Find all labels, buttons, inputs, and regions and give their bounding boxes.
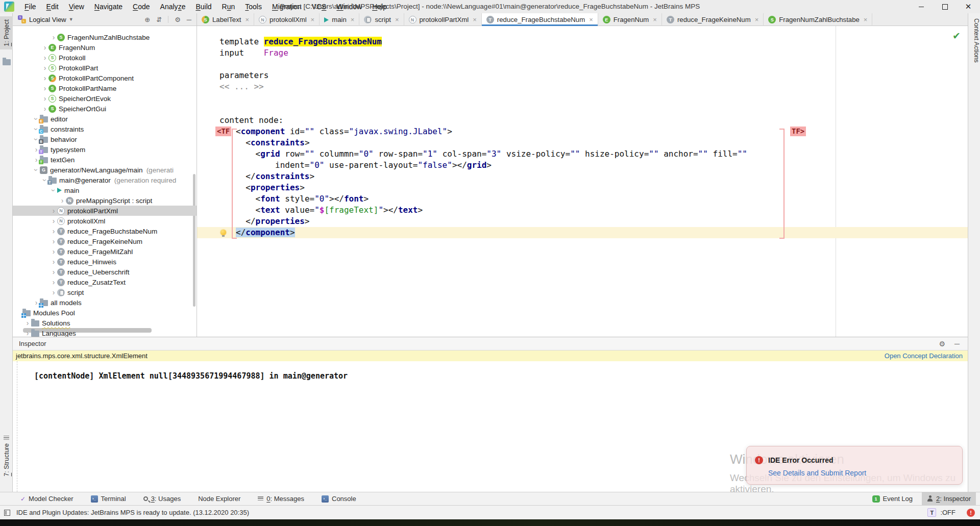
tool-button-context-actions[interactable]: Context Actions <box>968 18 980 63</box>
chevron-down-icon[interactable]: › <box>32 166 40 173</box>
tree-item-typesystem[interactable]: ›Ttypesystem <box>13 144 197 155</box>
tree-item-reduce_FrageKeineNum[interactable]: ›Treduce_FrageKeineNum <box>13 236 197 246</box>
see-details-link[interactable]: See Details and Submit Report <box>768 469 866 477</box>
chevron-right-icon[interactable]: › <box>50 237 57 245</box>
tab-protokollXml[interactable]: NprotokollXml× <box>254 13 320 26</box>
tab-reduce_FrageKeineNum[interactable]: Treduce_FrageKeineNum× <box>662 13 764 26</box>
chevron-right-icon[interactable]: › <box>50 33 57 41</box>
tab-script[interactable]: script× <box>359 13 404 26</box>
tab-close-icon[interactable]: × <box>473 16 477 23</box>
toolbar-button--usages[interactable]: 3: Usages <box>141 492 183 506</box>
chevron-right-icon[interactable]: › <box>59 196 66 205</box>
tab-close-icon[interactable]: × <box>755 16 759 23</box>
tree-item-SpeicherOrtGui[interactable]: ›SSpeicherOrtGui <box>13 104 197 114</box>
tree-item-reduce_ZusatzText[interactable]: ›Treduce_ZusatzText <box>13 277 197 287</box>
menu-analyze[interactable]: Analyze <box>155 0 191 13</box>
toolbar-button--inspector[interactable]: 2: Inspector <box>922 492 976 506</box>
ide-error-icon[interactable]: ! <box>967 509 975 517</box>
chevron-right-icon[interactable]: › <box>24 329 31 337</box>
tree-item-ProtokollPart[interactable]: ›SProtokollPart <box>13 63 197 73</box>
tree-item-Languages[interactable]: ›Languages <box>13 328 197 337</box>
tree-item-editor[interactable]: ›Eeditor <box>13 114 197 124</box>
status-message[interactable]: IDE and Plugin Updates: JetBrains MPS is… <box>16 509 249 516</box>
chevron-down-icon[interactable]: › <box>50 187 58 194</box>
chevron-right-icon[interactable]: › <box>41 94 48 103</box>
tree-item-main[interactable]: ›main <box>13 185 197 195</box>
locate-icon[interactable]: ⊕ <box>144 16 150 23</box>
tree-item-FragenNumZahlBuchstabe[interactable]: ›SFragenNumZahlBuchstabe <box>13 32 197 42</box>
chevron-right-icon[interactable]: › <box>50 268 57 276</box>
chevron-right-icon[interactable]: › <box>50 207 57 215</box>
maximize-button[interactable] <box>933 0 957 13</box>
tree-item-generator/NewLanguage/main[interactable]: ›Ggenerator/NewLanguage/main(generati <box>13 165 197 175</box>
chevron-right-icon[interactable]: › <box>50 288 57 296</box>
code-line[interactable]: <grid row="" colummn="0" row-span="1" co… <box>197 148 968 160</box>
toolwindow-toggle-icon[interactable] <box>4 510 10 516</box>
tool-button-structure[interactable]: 7: Structure <box>0 436 13 477</box>
chevron-right-icon[interactable]: › <box>41 43 48 52</box>
tab-reduce_FrageBuchstabeNum[interactable]: Treduce_FrageBuchstabeNum× <box>482 13 598 26</box>
code-line[interactable]: input Frage <box>197 47 968 59</box>
tab-close-icon[interactable]: × <box>395 16 399 23</box>
collapse-all-icon[interactable]: ⇵ <box>156 16 162 23</box>
intention-bulb-icon[interactable] <box>220 230 226 235</box>
tree-item-reduce_FrageMitZahl[interactable]: ›Treduce_FrageMitZahl <box>13 246 197 257</box>
chevron-right-icon[interactable]: › <box>41 84 48 92</box>
code-line[interactable]: <component id="" class="javax.swing.JLab… <box>197 126 968 137</box>
chevron-right-icon[interactable]: › <box>41 54 48 62</box>
tree-item-constraints[interactable]: ›Cconstraints <box>13 124 197 134</box>
tool-button-project[interactable]: 1: Project <box>0 16 13 49</box>
template-fragment-close-badge[interactable]: TF> <box>790 127 806 136</box>
code-line[interactable]: <properties> <box>197 182 968 193</box>
code-line[interactable] <box>197 104 968 115</box>
menu-file[interactable]: File <box>19 0 41 13</box>
tab-LabelText[interactable]: SLabelText× <box>197 13 254 26</box>
menu-view[interactable]: View <box>64 0 89 13</box>
gear-icon[interactable]: ⚙ <box>939 340 946 348</box>
chevron-right-icon[interactable]: › <box>41 64 48 72</box>
code-line[interactable]: indent="0" use-parent-layout="false"></g… <box>197 160 968 171</box>
hide-panel-icon[interactable]: ─ <box>954 340 960 348</box>
chevron-right-icon[interactable]: › <box>50 227 57 235</box>
menu-edit[interactable]: Edit <box>41 0 64 13</box>
code-line[interactable]: <text value="$[frageText]"></text> <box>197 205 968 216</box>
tree-item-all models[interactable]: ›all models <box>13 297 197 308</box>
inspector-header[interactable]: Inspector ⚙ ─ <box>13 337 968 350</box>
code-line[interactable]: <constraints> <box>197 137 968 148</box>
tree-item-reduce_Ueberschrift[interactable]: ›Treduce_Ueberschrift <box>13 267 197 277</box>
tree-item-ProtokollPartComponent[interactable]: ›SProtokollPartComponent <box>13 73 197 83</box>
tree-item-reduce_Hinweis[interactable]: ›Treduce_Hinweis <box>13 257 197 267</box>
tab-main[interactable]: main× <box>320 13 359 26</box>
chevron-right-icon[interactable]: › <box>50 278 57 286</box>
tree-item-protokollXml[interactable]: ›NprotokollXml <box>13 216 197 226</box>
ide-error-notification[interactable]: ! IDE Error Occurred See Details and Sub… <box>746 446 963 485</box>
tab-close-icon[interactable]: × <box>653 16 657 23</box>
view-selector[interactable]: Logical View <box>29 16 66 23</box>
tab-close-icon[interactable]: × <box>311 16 315 23</box>
code-line[interactable]: </constraints> <box>197 171 968 182</box>
tree-item-preMappingScript : script[interactable]: ›NpreMappingScript : script <box>13 195 197 206</box>
chevron-right-icon[interactable]: › <box>41 105 48 113</box>
template-mode-badge[interactable]: T <box>927 508 936 517</box>
tab-close-icon[interactable]: × <box>589 16 593 23</box>
gear-icon[interactable]: ⚙ <box>175 16 181 23</box>
menu-build[interactable]: Build <box>190 0 216 13</box>
code-line[interactable] <box>197 92 968 104</box>
code-line[interactable]: << ... >> <box>197 81 968 92</box>
toolbar-button-event-log[interactable]: 1Event Log <box>870 492 915 506</box>
tab-close-icon[interactable]: × <box>245 16 249 23</box>
code-line[interactable]: parameters <box>197 70 968 81</box>
code-line[interactable]: </properties> <box>197 216 968 227</box>
open-concept-declaration-link[interactable]: Open Concept Declaration <box>885 352 963 360</box>
tab-protokollPartXml[interactable]: NprotokollPartXml× <box>404 13 482 26</box>
tab-FragenNumZahlBuchstabe[interactable]: SFragenNumZahlBuchstabe× <box>764 13 872 26</box>
minimize-button[interactable] <box>910 0 933 13</box>
code-line[interactable]: content node: <box>197 115 968 126</box>
tree-item-ProtokollPartName[interactable]: ›SProtokollPartName <box>13 83 197 93</box>
tree-item-Protokoll[interactable]: ›SProtokoll <box>13 53 197 63</box>
close-button[interactable]: ✕ <box>957 0 980 13</box>
chevron-right-icon[interactable]: › <box>50 247 57 256</box>
code-line[interactable]: <font style="0"></font> <box>197 193 968 205</box>
hide-panel-icon[interactable]: ─ <box>187 16 191 23</box>
editor-area[interactable]: template reduce_FrageBuchstabeNuminput F… <box>197 26 968 337</box>
